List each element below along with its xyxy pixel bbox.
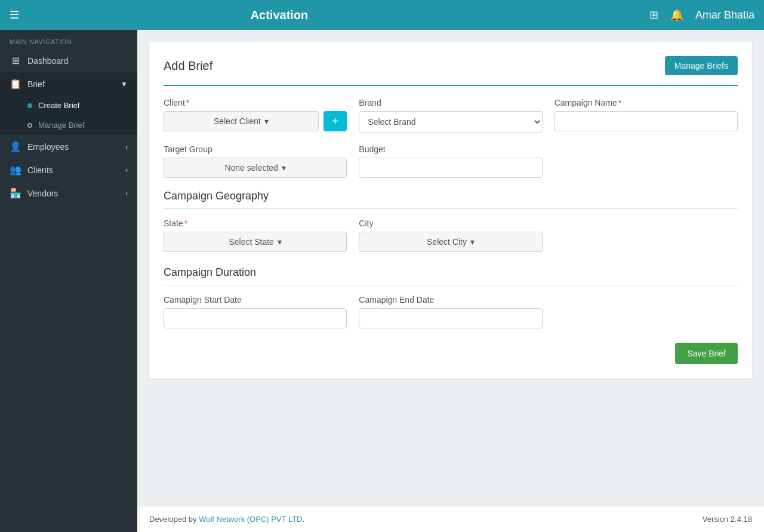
campaign-name-group: Campaign Name* <box>554 98 738 133</box>
city-group: City Select City ▾ <box>359 219 542 252</box>
main-content: Add Brief Manage Briefs Client* Select C… <box>137 30 764 532</box>
start-date-input[interactable] <box>164 308 347 328</box>
form-actions: Save Brief <box>164 343 738 364</box>
dropdown-arrow-icon: ▾ <box>264 116 269 126</box>
chevron-left-icon: ‹ <box>125 189 128 198</box>
campaign-name-input[interactable] <box>554 111 738 131</box>
chevron-down-icon: ▼ <box>121 80 128 88</box>
spacer-group-3 <box>554 295 738 328</box>
dropdown-arrow-icon: ▾ <box>282 163 286 173</box>
duration-section: Campaign Duration Camapign Start Date Ca… <box>164 266 738 328</box>
company-link[interactable]: Wolf Network (OPC) PVT LTD. <box>199 515 304 524</box>
sidebar-item-label: Employees <box>27 142 125 152</box>
required-marker: * <box>618 98 621 107</box>
target-group-button[interactable]: None selected ▾ <box>164 158 347 178</box>
budget-group: Budget <box>359 144 542 178</box>
client-row: Select Client ▾ + <box>164 111 347 131</box>
required-marker: * <box>184 219 187 228</box>
dot-icon <box>27 123 32 128</box>
start-date-label: Camapign Start Date <box>164 295 347 305</box>
spacer-group <box>554 144 738 178</box>
target-group-group: Target Group None selected ▾ <box>164 144 347 178</box>
city-value: Select City <box>427 237 467 247</box>
nav-label: MAIN NAVIGATION <box>0 30 137 49</box>
sidebar-item-create-brief[interactable]: Create Brief <box>0 96 137 115</box>
select-city-button[interactable]: Select City ▾ <box>359 232 542 252</box>
sidebar-item-dashboard[interactable]: ⊞ Dashboard <box>0 49 137 72</box>
target-group-value: None selected <box>224 163 278 173</box>
brief-icon: 📋 <box>10 78 21 90</box>
dashboard-icon: ⊞ <box>10 55 21 66</box>
duration-form-row: Camapign Start Date Camapign End Date <box>164 295 738 328</box>
vendors-icon: 🏪 <box>10 187 21 199</box>
manage-briefs-button[interactable]: Manage Briefs <box>665 56 738 75</box>
header-icons: ⊞ 🔔 Amar Bhatia <box>649 8 754 21</box>
select-client-label: Select Client <box>214 116 261 126</box>
sidebar-item-clients[interactable]: 👥 Clients ‹ <box>0 158 137 182</box>
hamburger-icon[interactable]: ☰ <box>10 8 19 21</box>
geography-form-row: State* Select State ▾ City Select City <box>164 219 738 252</box>
select-client-button[interactable]: Select Client ▾ <box>164 111 319 131</box>
footer-left: Developed by Wolf Network (OPC) PVT LTD. <box>149 515 304 524</box>
sidebar-item-label: Vendors <box>27 189 125 198</box>
footer-right: Version 2.4.18 <box>703 515 752 524</box>
version-number: 2.4.18 <box>731 515 752 524</box>
sidebar-item-label: Brief <box>27 79 121 89</box>
brand-group: Brand Select Brand <box>359 98 542 133</box>
create-brief-label: Create Brief <box>38 101 79 110</box>
geography-title: Campaign Geography <box>164 190 738 209</box>
brand-label: Brand <box>359 98 542 107</box>
form-card-header: Add Brief Manage Briefs <box>164 56 738 86</box>
campaign-name-label: Campaign Name* <box>554 98 738 107</box>
footer: Developed by Wolf Network (OPC) PVT LTD.… <box>137 506 764 532</box>
start-date-group: Camapign Start Date <box>164 295 347 328</box>
end-date-label: Camapign End Date <box>359 295 542 305</box>
sidebar-item-label: Clients <box>27 165 125 175</box>
state-value: Select State <box>229 237 274 247</box>
client-group: Client* Select Client ▾ + <box>164 98 347 133</box>
manage-brief-label: Manage Brief <box>38 121 84 130</box>
dropdown-arrow-icon: ▾ <box>470 237 475 247</box>
sidebar-item-vendors[interactable]: 🏪 Vendors ‹ <box>0 182 137 205</box>
bell-icon[interactable]: 🔔 <box>670 8 683 21</box>
budget-input[interactable] <box>359 158 542 178</box>
sidebar-item-employees[interactable]: 👤 Employees ‹ <box>0 135 137 158</box>
end-date-input[interactable] <box>359 308 542 328</box>
sidebar-item-brief[interactable]: 📋 Brief ▼ <box>0 72 137 96</box>
save-brief-button[interactable]: Save Brief <box>675 343 738 364</box>
dot-icon <box>27 103 32 108</box>
chevron-left-icon: ‹ <box>125 166 128 174</box>
employees-icon: 👤 <box>10 141 21 152</box>
sidebar-item-label: Dashboard <box>27 56 128 66</box>
select-state-button[interactable]: Select State ▾ <box>164 232 347 252</box>
chevron-left-icon: ‹ <box>125 143 128 151</box>
app-title: Activation <box>29 8 530 22</box>
city-label: City <box>359 219 542 228</box>
brand-select[interactable]: Select Brand <box>359 111 542 133</box>
form-row-2: Target Group None selected ▾ Budget <box>164 144 738 178</box>
sidebar: MAIN NAVIGATION ⊞ Dashboard 📋 Brief ▼ Cr… <box>0 30 137 532</box>
target-group-label: Target Group <box>164 144 347 154</box>
top-header: ☰ Activation ⊞ 🔔 Amar Bhatia <box>0 0 764 30</box>
budget-label: Budget <box>359 144 542 154</box>
duration-title: Campaign Duration <box>164 266 738 285</box>
dropdown-arrow-icon: ▾ <box>278 237 282 247</box>
state-label: State* <box>164 219 347 228</box>
form-card: Add Brief Manage Briefs Client* Select C… <box>149 42 752 379</box>
page-title: Add Brief <box>164 59 212 73</box>
sidebar-item-manage-brief[interactable]: Manage Brief <box>0 115 137 135</box>
developed-by-text: Developed by <box>149 515 197 524</box>
content-area: Add Brief Manage Briefs Client* Select C… <box>137 30 764 506</box>
version-label: Version <box>703 515 728 524</box>
spacer-group-2 <box>554 219 738 252</box>
form-row-1: Client* Select Client ▾ + Brand <box>164 98 738 133</box>
client-label: Client* <box>164 98 347 107</box>
brief-submenu: Create Brief Manage Brief <box>0 96 137 135</box>
state-group: State* Select State ▾ <box>164 219 347 252</box>
grid-icon[interactable]: ⊞ <box>649 8 658 21</box>
geography-section: Campaign Geography State* Select State ▾ <box>164 190 738 252</box>
user-name: Amar Bhatia <box>695 9 754 21</box>
required-marker: * <box>186 98 189 107</box>
add-client-button[interactable]: + <box>324 111 347 131</box>
clients-icon: 👥 <box>10 164 21 176</box>
